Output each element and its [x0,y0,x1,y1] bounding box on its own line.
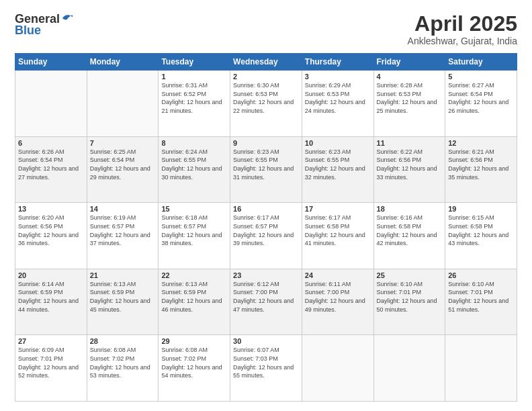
day-number: 3 [305,73,371,81]
day-info: Sunrise: 6:10 AMSunset: 7:01 PMDaylight:… [377,280,443,314]
calendar-cell: 21Sunrise: 6:13 AMSunset: 6:59 PMDayligh… [87,269,159,335]
header: General Blue April 2025 Ankleshwar, Guja… [15,12,517,46]
calendar-cell: 20Sunrise: 6:14 AMSunset: 6:59 PMDayligh… [15,269,87,335]
day-info: Sunrise: 6:27 AMSunset: 6:54 PMDaylight:… [448,81,514,115]
calendar-cell [445,335,517,402]
day-number: 19 [448,205,514,213]
day-number: 11 [377,139,443,147]
calendar-cell [302,335,373,402]
calendar-cell [87,71,159,137]
day-info: Sunrise: 6:08 AMSunset: 7:02 PMDaylight:… [161,346,227,379]
day-number: 26 [448,271,514,279]
day-info: Sunrise: 6:19 AMSunset: 6:57 PMDaylight:… [90,214,156,247]
day-number: 18 [377,205,443,213]
day-number: 21 [90,271,156,279]
calendar-cell: 30Sunrise: 6:07 AMSunset: 7:03 PMDayligh… [230,335,302,402]
day-info: Sunrise: 6:30 AMSunset: 6:53 PMDaylight:… [233,81,299,115]
calendar-cell: 19Sunrise: 6:15 AMSunset: 6:58 PMDayligh… [445,203,517,269]
calendar-cell: 15Sunrise: 6:18 AMSunset: 6:57 PMDayligh… [159,203,230,269]
day-info: Sunrise: 6:24 AMSunset: 6:55 PMDaylight:… [161,148,227,181]
calendar-cell: 17Sunrise: 6:17 AMSunset: 6:58 PMDayligh… [302,203,373,269]
calendar-header-thursday: Thursday [302,54,373,71]
day-info: Sunrise: 6:07 AMSunset: 7:03 PMDaylight:… [233,346,299,379]
calendar-header-monday: Monday [87,54,159,71]
calendar-cell: 4Sunrise: 6:28 AMSunset: 6:53 PMDaylight… [373,71,445,137]
day-number: 10 [305,139,371,147]
calendar-cell: 11Sunrise: 6:22 AMSunset: 6:56 PMDayligh… [373,136,445,203]
logo-blue-text: Blue [15,24,41,38]
calendar-cell: 27Sunrise: 6:09 AMSunset: 7:01 PMDayligh… [15,335,87,402]
day-number: 23 [233,271,299,279]
day-info: Sunrise: 6:31 AMSunset: 6:52 PMDaylight:… [161,81,227,115]
calendar-cell: 7Sunrise: 6:25 AMSunset: 6:54 PMDaylight… [87,136,159,203]
calendar-cell [373,335,445,402]
day-info: Sunrise: 6:23 AMSunset: 6:55 PMDaylight:… [233,148,299,181]
day-number: 13 [18,205,84,213]
day-info: Sunrise: 6:26 AMSunset: 6:54 PMDaylight:… [18,148,84,181]
day-info: Sunrise: 6:11 AMSunset: 7:00 PMDaylight:… [305,280,371,314]
calendar-table: SundayMondayTuesdayWednesdayThursdayFrid… [15,53,517,402]
month-title: April 2025 [408,12,517,36]
calendar-week-row: 6Sunrise: 6:26 AMSunset: 6:54 PMDaylight… [15,136,517,203]
day-number: 7 [90,139,156,147]
day-info: Sunrise: 6:13 AMSunset: 6:59 PMDaylight:… [161,280,227,314]
calendar-week-row: 1Sunrise: 6:31 AMSunset: 6:52 PMDaylight… [15,71,517,137]
calendar-cell: 29Sunrise: 6:08 AMSunset: 7:02 PMDayligh… [159,335,230,402]
day-number: 15 [161,205,227,213]
day-info: Sunrise: 6:13 AMSunset: 6:59 PMDaylight:… [90,280,156,314]
calendar-cell: 1Sunrise: 6:31 AMSunset: 6:52 PMDaylight… [159,71,230,137]
calendar-cell [15,71,87,137]
day-number: 12 [448,139,514,147]
calendar-cell: 5Sunrise: 6:27 AMSunset: 6:54 PMDaylight… [445,71,517,137]
calendar-cell: 25Sunrise: 6:10 AMSunset: 7:01 PMDayligh… [373,269,445,335]
day-number: 28 [90,337,156,345]
calendar-cell: 6Sunrise: 6:26 AMSunset: 6:54 PMDaylight… [15,136,87,203]
day-info: Sunrise: 6:12 AMSunset: 7:00 PMDaylight:… [233,280,299,314]
day-info: Sunrise: 6:17 AMSunset: 6:57 PMDaylight:… [233,214,299,247]
day-number: 8 [161,139,227,147]
day-info: Sunrise: 6:14 AMSunset: 6:59 PMDaylight:… [18,280,84,314]
day-number: 5 [448,73,514,81]
day-number: 20 [18,271,84,279]
day-info: Sunrise: 6:28 AMSunset: 6:53 PMDaylight:… [377,81,443,115]
calendar-header-sunday: Sunday [15,54,87,71]
calendar-cell: 26Sunrise: 6:10 AMSunset: 7:01 PMDayligh… [445,269,517,335]
day-number: 9 [233,139,299,147]
calendar-header-saturday: Saturday [445,54,517,71]
logo: General Blue [15,12,73,38]
calendar-cell: 24Sunrise: 6:11 AMSunset: 7:00 PMDayligh… [302,269,373,335]
calendar-cell: 28Sunrise: 6:08 AMSunset: 7:02 PMDayligh… [87,335,159,402]
calendar-cell: 12Sunrise: 6:21 AMSunset: 6:56 PMDayligh… [445,136,517,203]
day-info: Sunrise: 6:16 AMSunset: 6:58 PMDaylight:… [377,214,443,247]
day-number: 30 [233,337,299,345]
day-info: Sunrise: 6:17 AMSunset: 6:58 PMDaylight:… [305,214,371,247]
calendar-cell: 14Sunrise: 6:19 AMSunset: 6:57 PMDayligh… [87,203,159,269]
logo-bird-icon [61,12,73,24]
calendar-header-row: SundayMondayTuesdayWednesdayThursdayFrid… [15,54,517,71]
day-number: 27 [18,337,84,345]
day-number: 1 [161,73,227,81]
day-info: Sunrise: 6:23 AMSunset: 6:55 PMDaylight:… [305,148,371,181]
day-number: 2 [233,73,299,81]
day-number: 24 [305,271,371,279]
day-number: 22 [161,271,227,279]
day-info: Sunrise: 6:09 AMSunset: 7:01 PMDaylight:… [18,346,84,379]
calendar-cell: 16Sunrise: 6:17 AMSunset: 6:57 PMDayligh… [230,203,302,269]
calendar-cell: 10Sunrise: 6:23 AMSunset: 6:55 PMDayligh… [302,136,373,203]
calendar-week-row: 13Sunrise: 6:20 AMSunset: 6:56 PMDayligh… [15,203,517,269]
day-number: 25 [377,271,443,279]
calendar-cell: 22Sunrise: 6:13 AMSunset: 6:59 PMDayligh… [159,269,230,335]
calendar-cell: 18Sunrise: 6:16 AMSunset: 6:58 PMDayligh… [373,203,445,269]
calendar-cell: 2Sunrise: 6:30 AMSunset: 6:53 PMDaylight… [230,71,302,137]
day-number: 6 [18,139,84,147]
day-info: Sunrise: 6:29 AMSunset: 6:53 PMDaylight:… [305,81,371,115]
day-info: Sunrise: 6:08 AMSunset: 7:02 PMDaylight:… [90,346,156,379]
day-info: Sunrise: 6:18 AMSunset: 6:57 PMDaylight:… [161,214,227,247]
day-number: 17 [305,205,371,213]
calendar-header-wednesday: Wednesday [230,54,302,71]
calendar-header-friday: Friday [373,54,445,71]
day-number: 16 [233,205,299,213]
day-info: Sunrise: 6:20 AMSunset: 6:56 PMDaylight:… [18,214,84,247]
day-number: 4 [377,73,443,81]
page: General Blue April 2025 Ankleshwar, Guja… [0,0,532,411]
